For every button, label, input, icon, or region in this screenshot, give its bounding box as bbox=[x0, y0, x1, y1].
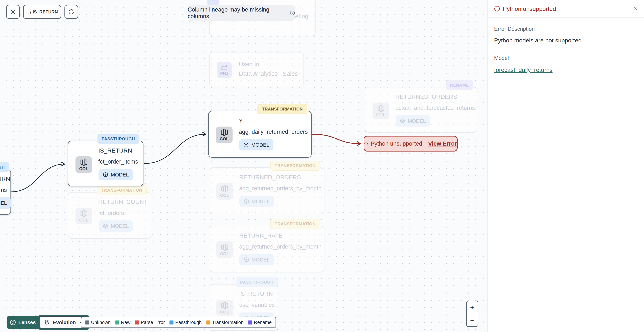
node-returned-orders-forecast[interactable]: RENAME COL RETURNED_ORDERS actual_and_fo… bbox=[365, 87, 477, 133]
transformation-badge: TRANSFORMATION bbox=[270, 219, 320, 229]
model-link[interactable]: forecast_daily_returns bbox=[494, 66, 552, 73]
panel-title: Python unsupported bbox=[503, 5, 556, 12]
error-description-value: Python models are not supported bbox=[494, 37, 638, 44]
node-return-rate[interactable]: TRANSFORMATION COL RETURN_RATE agg_retur… bbox=[208, 226, 324, 273]
node-label: Used In bbox=[239, 61, 259, 67]
column-icon: COL bbox=[216, 127, 232, 143]
breadcrumb[interactable]: .. / IS_RETURN bbox=[23, 5, 61, 19]
model-chip: MODEL bbox=[0, 197, 11, 209]
error-detail-panel: Python unsupported Error Description Pyt… bbox=[488, 0, 644, 332]
legend-item-raw: Raw bbox=[115, 320, 130, 325]
edge-is-return-to-y bbox=[144, 134, 206, 164]
error-chip-label: Python unsupported bbox=[370, 140, 422, 147]
node-is-return-fct-order-items[interactable]: PASSTHROUGH COL IS_RETURN fct_order_item… bbox=[68, 141, 144, 186]
refresh-button[interactable] bbox=[64, 5, 78, 19]
model-chip: MODEL bbox=[239, 139, 274, 150]
close-icon bbox=[10, 9, 16, 15]
model-chip: MODEL bbox=[98, 221, 133, 232]
model-name: agg_returned_orders_by_month bbox=[239, 185, 322, 192]
rename-badge: RENAME bbox=[446, 80, 473, 90]
close-lineage-button[interactable] bbox=[6, 5, 20, 19]
legend-item-rename: Rename bbox=[248, 320, 272, 325]
lineage-app: Used In Data Analytics | Marketing PRJ U… bbox=[0, 0, 644, 332]
node-returned-orders-by-month[interactable]: TRANSFORMATION COL RETURNED_ORDERS agg_r… bbox=[208, 167, 324, 214]
legend-swatch bbox=[170, 321, 174, 325]
node-used-in-sales[interactable]: PRJ Used In Data Analytics | Sales bbox=[209, 52, 304, 86]
model-name: order_items bbox=[0, 187, 7, 193]
lenses-label: Lenses bbox=[18, 320, 36, 325]
badge-fragment bbox=[207, 0, 220, 5]
model-name: actual_and_forecasted_returns bbox=[396, 105, 475, 111]
column-icon: COL bbox=[216, 300, 233, 316]
error-chip-python-unsupported[interactable]: Python unsupported View Error bbox=[364, 136, 458, 152]
model-chip: MODEL bbox=[239, 196, 274, 207]
transformation-badge: TRANSFORMATION bbox=[270, 161, 320, 171]
model-chip: MODEL bbox=[396, 115, 430, 127]
column-icon: COL bbox=[216, 241, 233, 258]
legend-swatch bbox=[85, 321, 89, 325]
layers-icon bbox=[44, 319, 50, 326]
column-name: RETURNED_ORDERS bbox=[396, 93, 457, 100]
view-error-link[interactable]: View Error bbox=[428, 140, 457, 147]
column-icon: COL bbox=[372, 103, 389, 119]
model-name: agg_daily_returned_orders bbox=[239, 128, 308, 135]
panel-close-button[interactable] bbox=[633, 6, 638, 11]
zoom-out-button[interactable]: − bbox=[467, 314, 478, 327]
column-name: Y bbox=[239, 117, 243, 124]
column-icon: COL bbox=[76, 156, 92, 173]
column-name: RETURN_RATE bbox=[239, 232, 283, 239]
alert-circle-icon bbox=[494, 6, 500, 12]
legend-swatch bbox=[206, 321, 210, 325]
node-y-agg-daily-returned-orders[interactable]: TRANSFORMATION COL Y agg_daily_returned_… bbox=[208, 111, 312, 158]
lens-mode-label: Evolution bbox=[53, 320, 76, 325]
model-name: agg_returned_orders_by_month bbox=[239, 243, 322, 250]
refresh-icon bbox=[68, 8, 74, 15]
status-legend: Unknown Raw Parse Error Passthrough Tran… bbox=[81, 317, 276, 328]
legend-item-parse-error: Parse Error bbox=[135, 320, 165, 325]
model-name: use_variables bbox=[239, 302, 275, 308]
lens-mode-dropdown[interactable]: Evolution bbox=[40, 316, 88, 329]
model-chip: MODEL bbox=[98, 169, 133, 180]
legend-item-unknown: Unknown bbox=[85, 320, 111, 325]
passthrough-badge: PASSTHROUGH bbox=[0, 162, 9, 172]
column-name: RETURNED_ORDERS bbox=[239, 174, 301, 181]
column-icon: COL bbox=[216, 183, 233, 200]
lenses-aperture-icon bbox=[10, 319, 16, 326]
node-project: Data Analytics | Sales bbox=[239, 70, 298, 77]
model-label: Model bbox=[494, 55, 638, 61]
zoom-in-button[interactable]: + bbox=[467, 301, 478, 314]
passthrough-badge: PASSTHROUGH bbox=[236, 277, 278, 287]
alert-circle-icon bbox=[364, 140, 368, 147]
panel-body: Error Description Python models are not … bbox=[488, 18, 644, 81]
passthrough-badge: PASSTHROUGH bbox=[98, 134, 139, 144]
close-icon bbox=[633, 6, 638, 11]
lineage-canvas[interactable]: Used In Data Analytics | Marketing PRJ U… bbox=[0, 0, 488, 332]
model-name: fct_orders bbox=[98, 210, 124, 216]
banner-text: Column lineage may be missing columns bbox=[188, 6, 287, 19]
node-is-return-offscreen[interactable]: PASSTHROUGH IS_RETURN order_items MODEL bbox=[0, 169, 11, 215]
zoom-controls: + − bbox=[466, 301, 478, 327]
transformation-badge: TRANSFORMATION bbox=[258, 104, 307, 114]
column-name: IS_RETURN bbox=[98, 147, 132, 154]
info-icon[interactable] bbox=[290, 10, 295, 16]
legend-item-passthrough: Passthrough bbox=[170, 320, 202, 325]
project-icon: PRJ bbox=[217, 62, 232, 78]
panel-header: Python unsupported bbox=[488, 0, 644, 18]
transformation-badge: TRANSFORMATION bbox=[97, 185, 147, 195]
lenses-button[interactable]: Lenses bbox=[7, 316, 41, 329]
column-name: RETURN_COUNT bbox=[98, 198, 148, 205]
node-return-count[interactable]: TRANSFORMATION COL RETURN_COUNT fct_orde… bbox=[68, 192, 151, 239]
model-chip: MODEL bbox=[239, 254, 274, 265]
edge-error bbox=[312, 134, 360, 144]
legend-swatch bbox=[248, 321, 252, 325]
model-name: fct_order_items bbox=[98, 158, 138, 165]
lens-bar: Lenses Evolution bbox=[7, 315, 89, 330]
column-icon: COL bbox=[76, 208, 92, 224]
column-name: IS_RETURN bbox=[0, 175, 10, 182]
error-description-label: Error Description bbox=[494, 26, 638, 32]
edge-upstream bbox=[11, 164, 64, 192]
lineage-warning-banner: Column lineage may be missing columns bbox=[188, 5, 295, 20]
legend-item-transformation: Transformation bbox=[206, 320, 244, 325]
legend-swatch bbox=[135, 321, 139, 325]
column-name: IS_RETURN bbox=[239, 291, 273, 297]
